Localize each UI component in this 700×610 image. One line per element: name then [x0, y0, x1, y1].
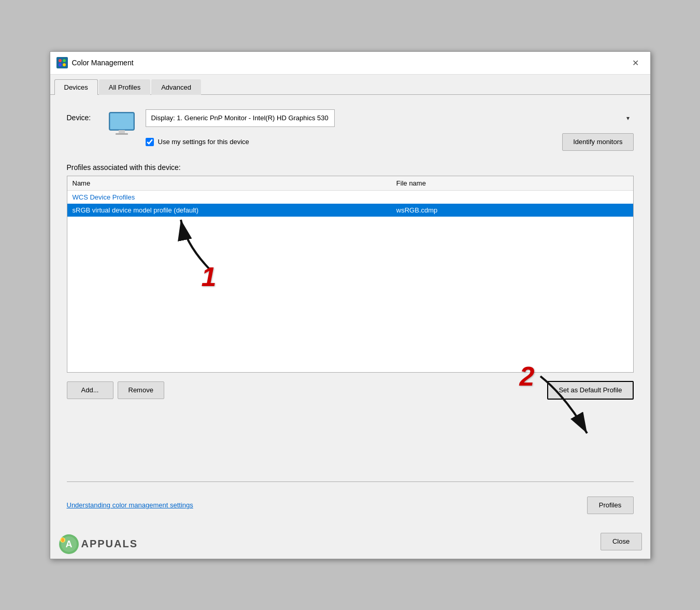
profiles-section: Profiles associated with this device: Na… [67, 163, 634, 469]
appuals-logo-icon: A [59, 534, 79, 555]
svg-rect-8 [116, 133, 128, 135]
svg-rect-6 [110, 114, 133, 129]
tab-devices[interactable]: Devices [54, 79, 98, 95]
svg-rect-0 [56, 57, 68, 68]
svg-point-15 [61, 538, 64, 542]
svg-text:A: A [65, 539, 72, 549]
device-label: Device: [67, 109, 98, 122]
profiles-header: Profiles associated with this device: [67, 163, 634, 172]
set-default-profile-button[interactable]: Set as Default Profile [547, 381, 633, 400]
profiles-table: Name File name WCS Device Profiles sRGB … [67, 176, 634, 373]
title-bar: Color Management ✕ [50, 52, 650, 75]
watermark-text: APPUALS [81, 538, 138, 550]
window-title: Color Management [72, 59, 134, 67]
action-buttons-row: Add... Remove Set as Default Profile [67, 381, 634, 400]
table-header: Name File name [67, 176, 633, 191]
annotation-2-container: 2 [525, 366, 608, 461]
profile-row-selected[interactable]: sRGB virtual device model profile (defau… [67, 204, 633, 217]
device-area: Device: Display: 1. Generic PnP Monitor … [67, 109, 634, 151]
profiles-table-wrapper: Name File name WCS Device Profiles sRGB … [67, 176, 634, 373]
monitor-icon-container [108, 109, 135, 136]
svg-point-2 [63, 59, 66, 62]
use-settings-label[interactable]: Use my settings for this device [158, 138, 249, 146]
col-name-header: Name [73, 179, 396, 187]
footer-row: Understanding color management settings … [67, 496, 634, 514]
tab-advanced[interactable]: Advanced [151, 79, 201, 95]
title-bar-left: Color Management [56, 57, 134, 68]
profile-group-row: WCS Device Profiles [67, 191, 633, 204]
close-button[interactable]: Close [601, 533, 642, 550]
svg-point-4 [63, 63, 66, 66]
window-close-button[interactable]: ✕ [627, 54, 644, 71]
device-dropdown[interactable]: Display: 1. Generic PnP Monitor - Intel(… [146, 109, 335, 127]
device-dropdown-container: Display: 1. Generic PnP Monitor - Intel(… [146, 109, 634, 127]
profile-filename-cell: wsRGB.cdmp [396, 206, 628, 214]
use-settings-checkbox[interactable] [146, 138, 154, 146]
table-body: WCS Device Profiles sRGB virtual device … [67, 191, 633, 367]
svg-point-1 [59, 59, 62, 62]
watermark: A APPUALS [59, 534, 138, 555]
col-filename-header: File name [396, 179, 628, 187]
dropdown-arrow-icon: ▾ [626, 115, 630, 122]
main-content: Device: Display: 1. Generic PnP Monitor … [50, 95, 650, 524]
identify-monitors-button[interactable]: Identify monitors [562, 133, 633, 151]
color-management-window: Color Management ✕ Devices All Profiles … [50, 51, 651, 559]
device-controls: Display: 1. Generic PnP Monitor - Intel(… [146, 109, 634, 151]
color-management-link[interactable]: Understanding color management settings [67, 501, 193, 509]
remove-button[interactable]: Remove [118, 381, 164, 399]
tab-all-profiles[interactable]: All Profiles [99, 79, 150, 95]
add-button[interactable]: Add... [67, 381, 113, 399]
profile-name-cell: sRGB virtual device model profile (defau… [73, 206, 396, 214]
svg-rect-7 [119, 130, 125, 133]
profiles-button[interactable]: Profiles [587, 496, 634, 514]
monitor-icon [108, 111, 135, 136]
checkbox-row: Use my settings for this device [146, 138, 249, 146]
annotation-2-arrow [525, 366, 608, 459]
tab-bar: Devices All Profiles Advanced [50, 75, 650, 95]
app-icon [56, 57, 68, 68]
window-footer: A APPUALS Close [50, 524, 650, 559]
svg-point-3 [59, 63, 62, 66]
divider [67, 481, 634, 482]
